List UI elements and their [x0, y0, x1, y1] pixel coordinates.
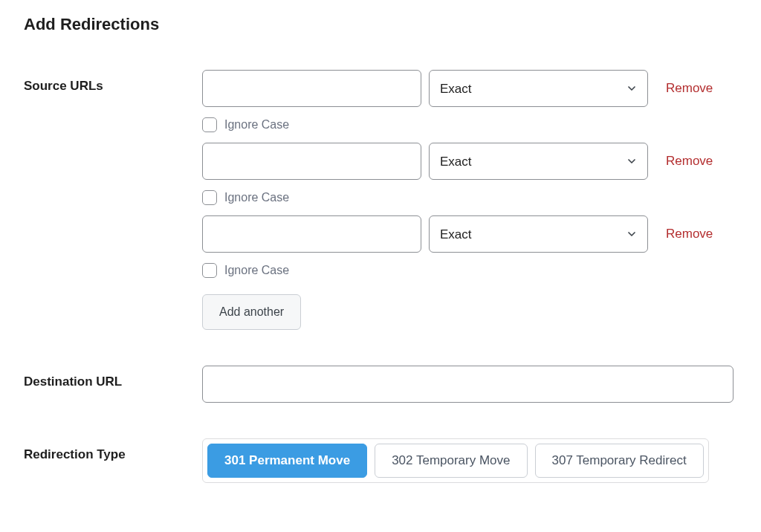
match-type-select[interactable]: Exact [429, 215, 648, 253]
ignore-case-checkbox[interactable] [202, 190, 217, 205]
source-urls-content: Exact Remove Ignore Case Exact [202, 70, 737, 330]
match-type-select[interactable]: Exact [429, 143, 648, 180]
source-url-input[interactable] [202, 70, 421, 107]
ignore-case-checkbox[interactable] [202, 263, 217, 278]
remove-link[interactable]: Remove [666, 81, 713, 96]
source-urls-label: Source URLs [24, 70, 202, 94]
source-row: Exact Remove Ignore Case [202, 215, 737, 278]
source-url-input[interactable] [202, 215, 421, 253]
redirect-type-302-button[interactable]: 302 Temporary Move [375, 444, 527, 478]
match-type-select[interactable]: Exact [429, 70, 648, 107]
destination-url-label: Destination URL [24, 366, 202, 389]
source-urls-row: Source URLs Exact Remove Ignore Case [24, 70, 737, 330]
redirection-type-label: Redirection Type [24, 438, 202, 462]
ignore-case-checkbox[interactable] [202, 117, 217, 132]
destination-url-input[interactable] [202, 366, 734, 403]
source-url-input[interactable] [202, 143, 421, 180]
page-title: Add Redirections [24, 15, 737, 34]
ignore-case-label[interactable]: Ignore Case [224, 264, 289, 277]
add-another-button[interactable]: Add another [202, 294, 301, 330]
redirect-type-307-button[interactable]: 307 Temporary Redirect [535, 444, 704, 478]
source-row: Exact Remove Ignore Case [202, 143, 737, 205]
ignore-case-label[interactable]: Ignore Case [224, 118, 289, 132]
destination-url-row: Destination URL [24, 366, 737, 403]
redirection-type-row: Redirection Type 301 Permanent Move 302 … [24, 438, 737, 483]
redirect-type-301-button[interactable]: 301 Permanent Move [207, 444, 367, 478]
redirection-type-group: 301 Permanent Move 302 Temporary Move 30… [202, 438, 709, 483]
ignore-case-label[interactable]: Ignore Case [224, 191, 289, 204]
remove-link[interactable]: Remove [666, 154, 713, 169]
source-row: Exact Remove Ignore Case [202, 70, 737, 132]
remove-link[interactable]: Remove [666, 227, 713, 241]
